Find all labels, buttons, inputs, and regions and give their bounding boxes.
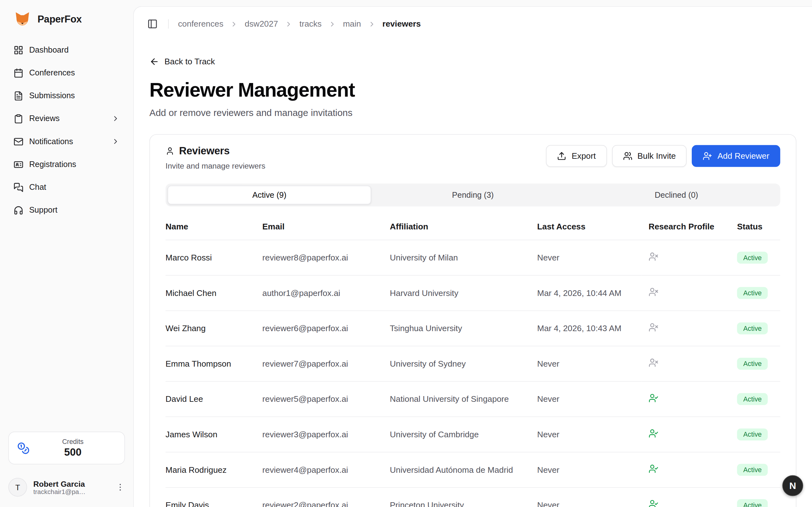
user-x-icon	[649, 358, 658, 368]
page-subtitle: Add or remove reviewers and manage invit…	[149, 108, 797, 118]
cell-email: reviewer8@paperfox.ai	[262, 240, 390, 275]
user-check-icon	[649, 499, 658, 507]
cell-email: reviewer2@paperfox.ai	[262, 487, 390, 507]
reviewers-panel: Reviewers Invite and manage reviewers Ex…	[149, 134, 797, 507]
table-row: Emily Davis reviewer2@paperfox.ai Prince…	[165, 487, 780, 507]
sidebar-item-conferences[interactable]: Conferences	[8, 62, 125, 83]
sidebar: PaperFox Dashboard Conferences Submissio…	[0, 0, 133, 507]
chevron-right-icon	[230, 20, 238, 28]
cell-affiliation: University of Sydney	[390, 346, 537, 382]
cell-name: Marco Rossi	[165, 240, 262, 275]
credits-value: 500	[30, 446, 116, 458]
sidebar-item-support[interactable]: Support	[8, 200, 125, 221]
chevron-right-icon	[285, 20, 293, 28]
cell-last-access: Never	[537, 417, 641, 452]
status-tabs: Active (9) Pending (3) Declined (0)	[165, 183, 780, 206]
user-x-icon	[649, 322, 658, 332]
credits-card[interactable]: Credits 500	[8, 432, 125, 464]
status-badge: Active	[737, 429, 768, 441]
sidebar-item-label: Support	[29, 205, 57, 215]
sidebar-item-reviews[interactable]: Reviews	[8, 108, 125, 129]
coins-icon	[17, 442, 30, 454]
layout-grid-icon	[14, 45, 23, 55]
chat-icon	[14, 182, 23, 192]
tab-declined[interactable]: Declined (0)	[575, 186, 778, 205]
page-content: Back to Track Reviewer Management Add or…	[134, 41, 812, 507]
add-reviewer-button[interactable]: Add Reviewer	[692, 145, 780, 167]
breadcrumb-main[interactable]: main	[343, 19, 361, 29]
sidebar-item-dashboard[interactable]: Dashboard	[8, 40, 125, 60]
export-button-label: Export	[571, 152, 596, 161]
status-badge: Active	[737, 287, 768, 299]
sidebar-item-label: Submissions	[29, 91, 75, 101]
status-badge: Active	[737, 393, 768, 405]
table-header-row: Name Email Affiliation Last Access Resea…	[165, 215, 780, 240]
cell-name: David Lee	[165, 382, 262, 417]
cell-affiliation: National University of Singapore	[390, 382, 537, 417]
col-header-status: Status	[737, 215, 780, 240]
col-header-research-profile: Research Profile	[641, 215, 737, 240]
tab-active[interactable]: Active (9)	[167, 186, 371, 205]
panel-title: Reviewers	[179, 145, 230, 157]
status-badge: Active	[737, 322, 768, 334]
chevron-right-icon	[111, 137, 119, 146]
breadcrumb-conferences[interactable]: conferences	[178, 19, 223, 29]
cell-last-access: Never	[537, 346, 641, 382]
export-button[interactable]: Export	[546, 145, 607, 167]
breadcrumb: conferences dsw2027 tracks main reviewer…	[178, 19, 420, 29]
sidebar-item-label: Notifications	[29, 137, 73, 147]
cell-last-access: Mar 4, 2026, 10:44 AM	[537, 275, 641, 311]
cell-email: reviewer6@paperfox.ai	[262, 311, 390, 346]
user-check-icon	[649, 429, 658, 438]
id-card-icon	[14, 159, 23, 169]
credits-label: Credits	[30, 438, 116, 446]
tab-pending[interactable]: Pending (3)	[371, 186, 575, 205]
sidebar-item-submissions[interactable]: Submissions	[8, 85, 125, 106]
sidebar-item-chat[interactable]: Chat	[8, 177, 125, 198]
user-meta: Robert Garcia trackchair1@pa…	[33, 479, 109, 495]
sidebar-nav: Dashboard Conferences Submissions Review…	[0, 36, 133, 223]
panel-subtitle: Invite and manage reviewers	[165, 161, 265, 170]
brand-logo[interactable]: PaperFox	[0, 0, 133, 36]
table-row: David Lee reviewer5@paperfox.ai National…	[165, 382, 780, 417]
user-plus-icon	[703, 152, 712, 161]
status-badge: Active	[737, 358, 768, 370]
more-vertical-icon[interactable]	[115, 483, 125, 492]
table-row: Wei Zhang reviewer6@paperfox.ai Tsinghua…	[165, 311, 780, 346]
user-menu[interactable]: T Robert Garcia trackchair1@pa…	[0, 471, 133, 498]
topbar-divider	[168, 19, 169, 29]
sidebar-spacer	[0, 222, 133, 432]
panel-actions: Export Bulk Invite Add Reviewer	[546, 145, 780, 167]
cell-email: reviewer4@paperfox.ai	[262, 452, 390, 488]
chevron-right-icon	[111, 114, 119, 123]
cell-last-access: Never	[537, 452, 641, 488]
panel-header-left: Reviewers Invite and manage reviewers	[165, 145, 265, 170]
sidebar-item-notifications[interactable]: Notifications	[8, 131, 125, 152]
status-badge: Active	[737, 499, 768, 507]
credits-meta: Credits 500	[30, 438, 116, 458]
sidebar-item-registrations[interactable]: Registrations	[8, 154, 125, 175]
file-text-icon	[14, 91, 23, 101]
arrow-left-icon	[149, 57, 159, 66]
sidebar-item-label: Conferences	[29, 68, 75, 78]
cell-affiliation: Princeton University	[390, 487, 537, 507]
cell-name: Emma Thompson	[165, 346, 262, 382]
cell-email: reviewer5@paperfox.ai	[262, 382, 390, 417]
sidebar-toggle-icon[interactable]	[147, 19, 158, 29]
back-link-label: Back to Track	[165, 57, 215, 66]
cell-last-access: Mar 4, 2026, 10:43 AM	[537, 311, 641, 346]
cell-affiliation: Harvard University	[390, 275, 537, 311]
bulk-invite-button-label: Bulk Invite	[638, 152, 676, 161]
bulk-invite-button[interactable]: Bulk Invite	[612, 145, 687, 167]
back-to-track-link[interactable]: Back to Track	[149, 57, 215, 66]
breadcrumb-tracks[interactable]: tracks	[299, 19, 322, 29]
cell-name: Wei Zhang	[165, 311, 262, 346]
nextjs-dev-badge[interactable]: N	[782, 475, 803, 496]
add-reviewer-button-label: Add Reviewer	[717, 152, 769, 161]
cell-email: reviewer3@paperfox.ai	[262, 417, 390, 452]
cell-affiliation: Universidad Autónoma de Madrid	[390, 452, 537, 488]
cell-last-access: Never	[537, 240, 641, 275]
clipboard-icon	[14, 114, 23, 124]
cell-last-access: Never	[537, 487, 641, 507]
breadcrumb-dsw2027[interactable]: dsw2027	[245, 19, 278, 29]
